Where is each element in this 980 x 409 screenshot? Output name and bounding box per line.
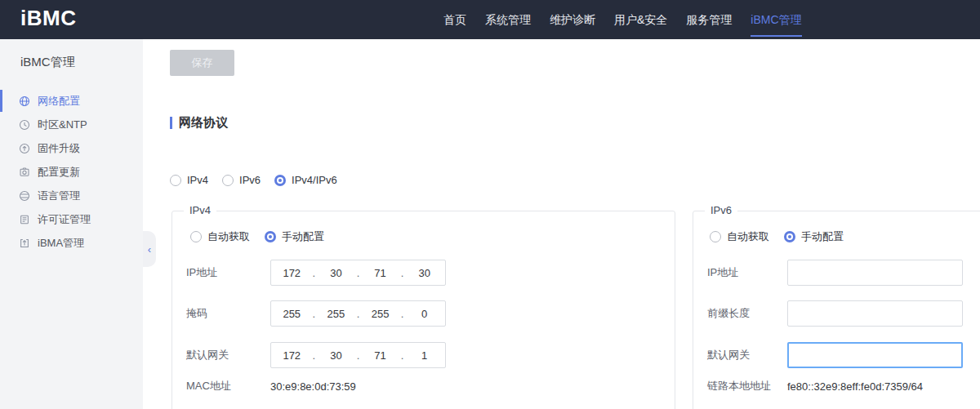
section-title: 网络协议 xyxy=(179,115,228,131)
language-icon xyxy=(19,190,30,202)
ipv4-gateway-input[interactable]: 172 . 30 . 71 . 1 xyxy=(270,342,446,368)
nav-item-services[interactable]: 服务管理 xyxy=(686,0,732,39)
field-label: 链路本地地址 xyxy=(707,379,787,393)
radio-icon-checked[interactable] xyxy=(265,231,276,242)
nav-item-home[interactable]: 首页 xyxy=(443,0,466,39)
ipv6-mode-radio-group: 自动获取 手动配置 xyxy=(710,229,844,244)
sidebar-collapse-handle[interactable]: ‹ xyxy=(143,231,156,267)
sidebar-item-label: 许可证管理 xyxy=(38,212,91,227)
ipv4-auto-radio[interactable]: 自动获取 xyxy=(190,229,250,244)
section-accent-bar xyxy=(170,117,172,129)
protocol-radio-group: IPv4 IPv6 IPv4/IPv6 xyxy=(170,174,337,186)
sidebar-item-ibma-management[interactable]: iBMA管理 xyxy=(0,231,143,255)
radio-label: 手动配置 xyxy=(801,229,844,244)
radio-label: 手动配置 xyxy=(282,229,324,244)
ipv6-auto-radio[interactable]: 自动获取 xyxy=(710,229,769,244)
sidebar-item-label: iBMA管理 xyxy=(38,236,84,251)
ipv6-prefix-input[interactable] xyxy=(787,300,963,327)
octet-input[interactable]: 30 xyxy=(315,349,357,362)
radio-ipv4[interactable]: IPv4 xyxy=(170,174,208,186)
octet-input[interactable]: 172 xyxy=(271,349,313,362)
nav-item-maintenance[interactable]: 维护诊断 xyxy=(550,0,595,39)
ipv6-link-local-row: 链路本地地址 fe80::32e9:8eff:fe0d:7359/64 xyxy=(707,378,923,394)
octet-input[interactable]: 255 xyxy=(271,308,313,320)
field-label: MAC地址 xyxy=(186,379,270,393)
top-nav: 首页 系统管理 维护诊断 用户&安全 服务管理 iBMC管理 xyxy=(443,0,802,39)
radio-icon[interactable] xyxy=(710,231,721,242)
octet-input[interactable]: 172 xyxy=(271,267,313,279)
link-local-address-value: fe80::32e9:8eff:fe0d:7359/64 xyxy=(787,380,923,393)
ipv4-gateway-row: 默认网关 172 . 30 . 71 . 1 xyxy=(186,342,446,368)
octet-input[interactable]: 30 xyxy=(403,267,445,279)
radio-ipv6[interactable]: IPv6 xyxy=(222,174,261,186)
octet-input[interactable]: 71 xyxy=(359,349,401,362)
radio-icon-checked[interactable] xyxy=(274,175,286,186)
radio-icon[interactable] xyxy=(222,175,234,186)
top-header: iBMC 首页 系统管理 维护诊断 用户&安全 服务管理 iBMC管理 xyxy=(0,0,980,39)
ipv4-mask-input[interactable]: 255 . 255 . 255 . 0 xyxy=(270,300,446,327)
sidebar-item-label: 网络配置 xyxy=(38,94,80,109)
radio-icon[interactable] xyxy=(190,231,202,242)
sidebar-title: iBMC管理 xyxy=(20,55,75,70)
radio-icon-checked[interactable] xyxy=(784,231,795,242)
config-update-icon xyxy=(19,167,30,178)
octet-input[interactable]: 1 xyxy=(403,349,445,362)
radio-icon[interactable] xyxy=(170,175,181,186)
sidebar-item-config-update[interactable]: 配置更新 xyxy=(0,160,143,184)
field-label: IP地址 xyxy=(186,265,270,280)
network-globe-icon xyxy=(19,96,30,107)
ipv4-mac-row: MAC地址 30:e9:8e:0d:73:59 xyxy=(186,378,356,394)
ipv6-prefix-row: 前缀长度 xyxy=(707,300,963,327)
octet-input[interactable]: 30 xyxy=(315,267,357,279)
ipv4-fieldset: IPv4 自动获取 手动配置 IP地址 172 . 30 . 71 . 30 xyxy=(172,211,675,409)
octet-input[interactable]: 255 xyxy=(359,308,401,320)
sidebar-item-language-management[interactable]: 语言管理 xyxy=(0,184,143,207)
nav-item-ibmc-management[interactable]: iBMC管理 xyxy=(751,0,801,39)
radio-ipv4-ipv6[interactable]: IPv4/IPv6 xyxy=(274,174,337,186)
sidebar-item-network-config[interactable]: 网络配置 xyxy=(0,89,143,113)
radio-label: 自动获取 xyxy=(727,229,769,244)
sidebar-item-timezone-ntp[interactable]: 时区&NTP xyxy=(0,113,143,136)
octet-input[interactable]: 255 xyxy=(315,308,357,320)
nav-item-system[interactable]: 系统管理 xyxy=(485,0,531,39)
radio-label: 自动获取 xyxy=(207,229,250,244)
chevron-left-icon: ‹ xyxy=(148,243,151,256)
field-label: 默认网关 xyxy=(186,348,270,362)
save-button[interactable]: 保存 xyxy=(170,50,234,76)
ipv4-manual-radio[interactable]: 手动配置 xyxy=(265,229,324,244)
sidebar-item-label: 配置更新 xyxy=(38,165,80,180)
ipv6-manual-radio[interactable]: 手动配置 xyxy=(784,229,844,244)
field-label: IP地址 xyxy=(707,265,787,280)
ipv6-fieldset: IPv6 自动获取 手动配置 IP地址 前缀长度 默认网关 链路本地地址 xyxy=(693,211,980,409)
section-header: 网络协议 xyxy=(170,115,228,131)
ibma-icon xyxy=(19,238,30,249)
sidebar-item-label: 语言管理 xyxy=(38,189,80,203)
octet-input[interactable]: 71 xyxy=(359,267,401,279)
ipv4-mask-row: 掩码 255 . 255 . 255 . 0 xyxy=(186,300,446,327)
nav-item-user-security[interactable]: 用户&安全 xyxy=(614,0,667,39)
sidebar-menu: 网络配置 时区&NTP 固件升级 配置更 xyxy=(0,89,143,255)
ipv4-ip-row: IP地址 172 . 30 . 71 . 30 xyxy=(186,260,446,286)
ipv4-ip-input[interactable]: 172 . 30 . 71 . 30 xyxy=(270,260,446,286)
license-icon xyxy=(19,214,30,225)
firmware-upgrade-icon xyxy=(19,143,30,154)
timezone-clock-icon xyxy=(19,119,30,131)
sidebar-item-firmware-upgrade[interactable]: 固件升级 xyxy=(0,136,143,160)
octet-input[interactable]: 0 xyxy=(403,308,445,320)
ipv6-ip-input[interactable] xyxy=(787,260,963,286)
ipv4-legend: IPv4 xyxy=(184,204,216,216)
sidebar-item-label: 固件升级 xyxy=(38,141,80,156)
ipv4-mode-radio-group: 自动获取 手动配置 xyxy=(190,229,324,244)
field-label: 前缀长度 xyxy=(707,306,787,321)
ibmc-logo: iBMC xyxy=(20,6,76,31)
field-label: 默认网关 xyxy=(707,348,787,362)
sidebar-item-license-management[interactable]: 许可证管理 xyxy=(0,207,143,231)
sidebar-item-label: 时区&NTP xyxy=(38,118,87,132)
ipv6-gateway-input[interactable] xyxy=(787,342,963,368)
sidebar: iBMC管理 网络配置 时区&NTP 固件升 xyxy=(0,39,143,409)
radio-label: IPv4 xyxy=(187,174,208,186)
radio-label: IPv6 xyxy=(239,174,261,186)
ipv6-ip-row: IP地址 xyxy=(707,260,963,286)
ipv6-gateway-row: 默认网关 xyxy=(707,342,963,368)
mac-address-value: 30:e9:8e:0d:73:59 xyxy=(270,380,356,393)
